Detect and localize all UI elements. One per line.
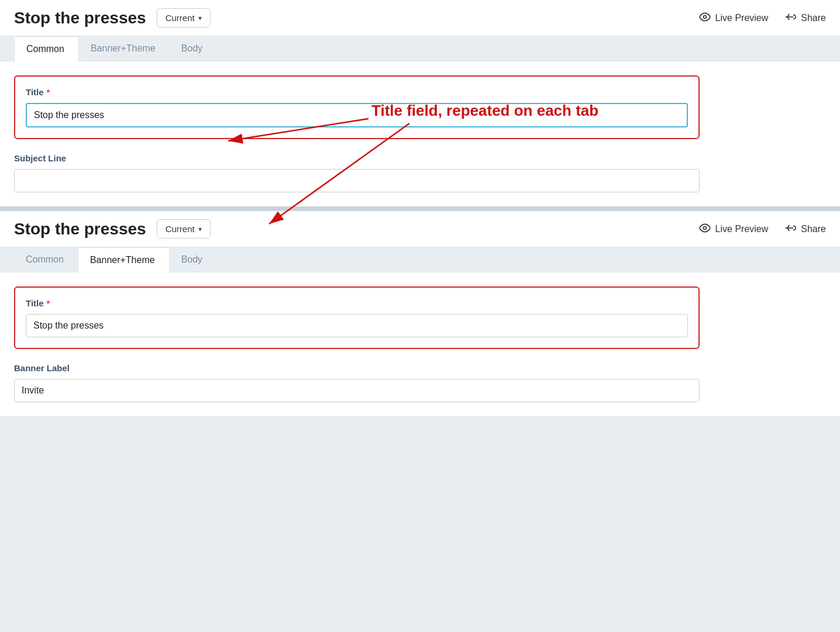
bottom-content-area: Title * Banner Label [0, 272, 714, 416]
title-label-bottom: Title * [26, 298, 688, 308]
live-preview-label: Live Preview [715, 13, 769, 23]
header-actions-bottom: Live Preview Share [699, 222, 826, 236]
version-selector-bottom[interactable]: Current ▾ [157, 219, 211, 239]
tab-body-bottom[interactable]: Body [170, 247, 216, 272]
banner-label-input[interactable] [14, 379, 700, 402]
subject-label: Subject Line [14, 153, 700, 163]
header-actions: Live Preview Share [699, 11, 826, 25]
share-icon [784, 11, 796, 25]
bottom-header: Stop the presses Current ▾ Live Preview [0, 211, 840, 247]
svg-point-5 [703, 226, 706, 229]
version-selector[interactable]: Current ▾ [157, 8, 211, 27]
share-button-bottom[interactable]: Share [784, 222, 826, 236]
title-field-box-top: Title * [14, 75, 700, 139]
version-label: Current [166, 13, 195, 23]
top-panel: Stop the presses Current ▾ Live Preview [0, 0, 840, 206]
subject-line-section: Subject Line [14, 153, 700, 192]
tab-body-top[interactable]: Body [170, 36, 216, 61]
title-input-top[interactable] [26, 103, 688, 127]
required-star-bottom: * [47, 298, 50, 308]
share-label-bottom: Share [801, 224, 826, 234]
panel-divider [0, 206, 840, 211]
chevron-down-icon: ▾ [198, 14, 202, 22]
live-preview-label-bottom: Live Preview [715, 224, 769, 234]
page-title-bottom: Stop the presses [14, 220, 146, 239]
banner-label-label: Banner Label [14, 363, 700, 373]
share-button[interactable]: Share [784, 11, 826, 25]
chevron-down-icon-bottom: ▾ [198, 225, 202, 233]
top-content-area: Title * Subject Line [0, 61, 714, 206]
tab-banner-theme-bottom[interactable]: Banner+Theme [78, 247, 170, 272]
title-field-box-bottom: Title * [14, 286, 700, 349]
banner-label-section: Banner Label [14, 363, 700, 402]
share-label: Share [801, 13, 826, 23]
tab-common-top[interactable]: Common [14, 36, 79, 61]
eye-icon-bottom [699, 222, 711, 236]
eye-icon [699, 11, 711, 25]
subject-line-input[interactable] [14, 169, 700, 192]
share-icon-bottom [784, 222, 796, 236]
svg-point-0 [703, 15, 706, 18]
live-preview-button-bottom[interactable]: Live Preview [699, 222, 769, 236]
bottom-tabs: Common Banner+Theme Body [0, 247, 840, 272]
title-input-bottom[interactable] [26, 314, 688, 337]
bottom-panel: Stop the presses Current ▾ Live Preview [0, 211, 840, 416]
version-label-bottom: Current [166, 224, 195, 234]
tab-banner-theme-top[interactable]: Banner+Theme [79, 36, 170, 61]
live-preview-button[interactable]: Live Preview [699, 11, 769, 25]
tab-common-bottom[interactable]: Common [14, 247, 78, 272]
page-title: Stop the presses [14, 9, 146, 27]
required-star-top: * [47, 87, 50, 97]
top-tabs: Common Banner+Theme Body [0, 36, 840, 61]
title-label-top: Title * [26, 87, 688, 97]
top-header: Stop the presses Current ▾ Live Preview [0, 0, 840, 36]
